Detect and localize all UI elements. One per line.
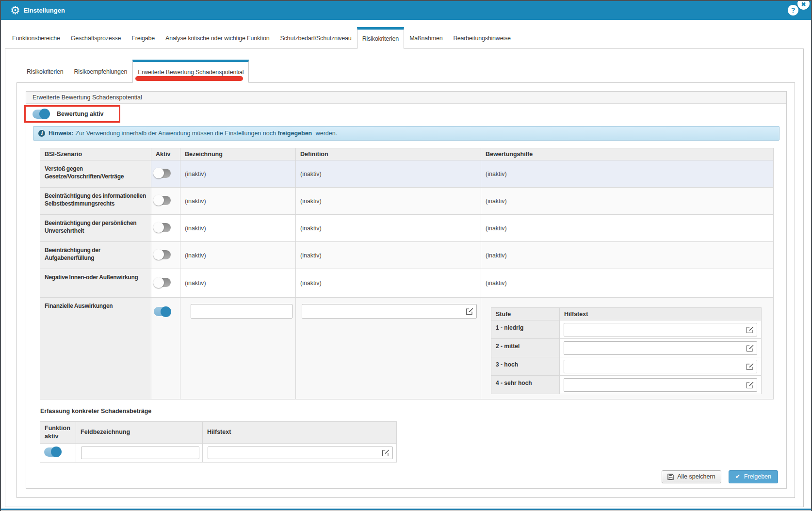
- tab-freigabe[interactable]: Freigabe: [126, 29, 160, 48]
- actions-bar: Alle speichern ✔Freigeben: [33, 470, 778, 483]
- erfassung-table: Funktion aktiv Feldbezeichnung Hilfstext: [40, 421, 397, 463]
- row-toggle[interactable]: [154, 169, 171, 178]
- titlebar: ⚙ Einstellungen ? ✖: [1, 1, 811, 20]
- tab-content: Risikokriterien Risikoempfehlungen Erwei…: [5, 48, 804, 507]
- row-toggle[interactable]: [154, 278, 171, 287]
- stufe-row: 1 - niedrig: [491, 320, 762, 339]
- erfassung-row: [40, 443, 397, 462]
- subtab-erweiterte-bewertung[interactable]: Erweiterte Bewertung Schadenspotential: [132, 60, 249, 83]
- funktion-aktiv-toggle[interactable]: [44, 447, 61, 457]
- section2-heading: Erfassung konkreter Schadensbeträge: [40, 408, 780, 415]
- tab-risikokriterien[interactable]: Risikokriterien: [357, 27, 405, 49]
- col-bezeichnung: Bezeichnung: [180, 148, 296, 160]
- col-stufe: Stufe: [491, 308, 560, 320]
- col-hilfstext2: Hilfstext: [203, 422, 397, 444]
- tab-bearbeitungshinweise[interactable]: Bearbeitungshinweise: [448, 29, 516, 48]
- subtab-content: Erweiterte Bewertung Schadenspotential B…: [16, 82, 795, 498]
- row-toggle[interactable]: [154, 250, 171, 259]
- save-all-button[interactable]: Alle speichern: [662, 470, 721, 483]
- tab-schutzbedarf[interactable]: Schutzbedarf/Schutzniveau: [275, 29, 357, 48]
- edit-icon[interactable]: [746, 326, 754, 334]
- bewertung-aktiv-toggle[interactable]: [32, 110, 49, 119]
- window-title: Einstellungen: [24, 7, 65, 14]
- edit-icon[interactable]: [746, 381, 754, 389]
- table-row: Beeinträchtigung der persönlichen Unvers…: [40, 215, 774, 242]
- bsi-szenario-table: BSI-Szenario Aktiv Bezeichnung Definitio…: [40, 148, 774, 399]
- erweiterte-bewertung-panel: Erweiterte Bewertung Schadenspotential B…: [26, 91, 787, 489]
- red-underline-annotation: [135, 76, 243, 81]
- close-icon[interactable]: ✖: [797, 0, 810, 10]
- col-definition: Definition: [296, 148, 481, 160]
- table-row: Beeinträchtigung der Aufgabenerfüllung (…: [40, 242, 774, 269]
- row-toggle[interactable]: [154, 223, 171, 232]
- main-tabs: Funktionsbereiche Geschäftsprozesse Frei…: [5, 20, 804, 48]
- notice-text: Zur Verwendung innerhalb der Anwendung m…: [75, 130, 337, 137]
- stufe-row: 4 - sehr hoch: [491, 376, 762, 394]
- panel-title: Erweiterte Bewertung Schadenspotential: [26, 92, 786, 104]
- stufen-table: Stufe Hilfstext 1 - niedrig 2 - mittel: [491, 307, 762, 394]
- hilfstext2-input[interactable]: [208, 447, 393, 459]
- hilfstext-input[interactable]: [564, 378, 757, 392]
- tab-geschaeftsprozesse[interactable]: Geschäftsprozesse: [65, 29, 127, 48]
- col-bewertungshilfe: Bewertungshilfe: [481, 148, 774, 160]
- feldbezeichnung-input[interactable]: [81, 447, 199, 459]
- edit-icon[interactable]: [382, 449, 390, 457]
- floppy-icon: [667, 474, 674, 480]
- freigeben-button[interactable]: ✔Freigeben: [729, 470, 778, 483]
- edit-icon[interactable]: [746, 344, 754, 352]
- info-icon: i: [38, 130, 45, 137]
- bezeichnung-input[interactable]: [191, 304, 292, 319]
- definition-input[interactable]: [302, 304, 477, 319]
- hilfstext-input[interactable]: [564, 323, 757, 336]
- table-row: Negative Innen-oder Außenwirkung (inakti…: [40, 269, 774, 298]
- row-toggle[interactable]: [154, 196, 171, 205]
- col-funktion-aktiv: Funktion aktiv: [40, 422, 76, 444]
- edit-icon[interactable]: [746, 363, 754, 370]
- panel-body: i Hinweis: Zur Verwendung innerhalb der …: [26, 126, 786, 483]
- stufe-row: 3 - hoch: [491, 357, 762, 376]
- table-row-finanzielle: Finanzielle Auswirkungen: [40, 298, 774, 399]
- tab-funktionsbereiche[interactable]: Funktionsbereiche: [7, 29, 65, 48]
- table-row: Verstoß gegen Gesetze/Vorschriften/Vertr…: [40, 160, 774, 188]
- sub-tabs: Risikokriterien Risikoempfehlungen Erwei…: [16, 49, 795, 82]
- col-bsi-szenario: BSI-Szenario: [40, 148, 151, 160]
- row-toggle[interactable]: [154, 307, 171, 316]
- stufe-row: 2 - mittel: [491, 339, 762, 357]
- red-annotation-box: Bewertung aktiv: [24, 105, 120, 123]
- notice-banner: i Hinweis: Zur Verwendung innerhalb der …: [33, 126, 780, 141]
- subtab-risikokriterien[interactable]: Risikokriterien: [21, 61, 69, 82]
- check-icon: ✔: [735, 474, 740, 479]
- gear-icon: ⚙: [10, 5, 20, 16]
- hilfstext-input[interactable]: [564, 341, 757, 355]
- settings-window: ⚙ Einstellungen ? ✖ Funktionsbereiche Ge…: [0, 0, 812, 511]
- hilfstext-input[interactable]: [564, 360, 757, 373]
- subtab-risikoempfehlungen[interactable]: Risikoempfehlungen: [69, 61, 133, 82]
- tab-analyse[interactable]: Analyse kritische oder wichtige Funktion: [160, 29, 275, 48]
- col-aktiv: Aktiv: [151, 148, 180, 160]
- col-feldbezeichnung: Feldbezeichnung: [76, 422, 203, 444]
- col-hilfstext: Hilfstext: [560, 308, 762, 320]
- bewertung-aktiv-label: Bewertung aktiv: [57, 111, 104, 117]
- notice-prefix: Hinweis:: [49, 130, 73, 137]
- table-row: Beeinträchtigung des informationellen Se…: [40, 188, 774, 215]
- tab-massnahmen[interactable]: Maßnahmen: [404, 29, 448, 48]
- edit-icon[interactable]: [466, 307, 473, 315]
- help-button[interactable]: ?: [788, 5, 798, 16]
